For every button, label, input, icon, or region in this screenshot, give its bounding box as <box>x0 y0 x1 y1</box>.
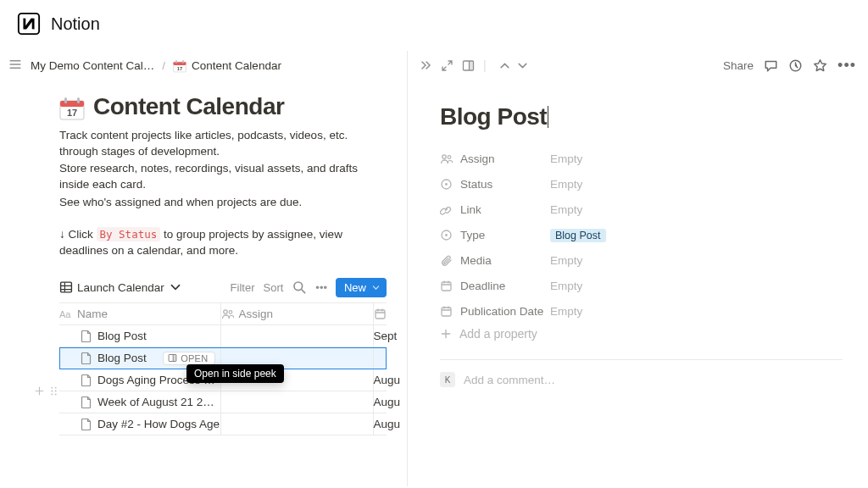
cal-icon <box>440 280 453 292</box>
page-description[interactable]: Track content projects like articles, po… <box>59 128 387 210</box>
breadcrumb: My Demo Content Cal… / Content Calendar <box>0 51 407 80</box>
chevron-down-icon <box>169 280 182 294</box>
breadcrumb-parent[interactable]: My Demo Content Cal… <box>31 59 154 72</box>
breadcrumb-sep: / <box>159 59 168 72</box>
new-button[interactable]: New <box>336 278 387 297</box>
favorite-icon[interactable] <box>813 58 827 73</box>
property-key: Deadline <box>440 280 550 292</box>
property-key: Link <box>440 203 550 216</box>
db-toolbar: Launch Calendar Filter Sort ••• New <box>59 278 387 303</box>
brand-bar: Notion <box>0 0 868 51</box>
comments-icon[interactable] <box>764 58 778 73</box>
cal-icon <box>440 305 453 318</box>
property-value[interactable]: Empty <box>550 152 582 165</box>
page-icon <box>80 330 92 342</box>
add-row-icon[interactable] <box>34 385 45 396</box>
row-name[interactable]: Blog Post <box>97 352 147 364</box>
cell-assign[interactable] <box>220 325 373 347</box>
prev-record-icon[interactable] <box>498 59 511 72</box>
property-row[interactable]: StatusEmpty <box>440 171 843 197</box>
property-row[interactable]: Publication DateEmpty <box>440 298 843 324</box>
property-row[interactable]: MediaEmpty <box>440 247 843 273</box>
cell-due[interactable] <box>373 347 387 369</box>
row-gutter <box>34 385 59 396</box>
property-key: Status <box>440 178 550 191</box>
comment-bar[interactable]: K Add a comment… <box>440 359 843 387</box>
share-button[interactable]: Share <box>723 59 754 72</box>
page-title[interactable]: Content Calendar <box>93 93 284 120</box>
sort-button[interactable]: Sort <box>263 281 283 294</box>
view-tab[interactable]: Launch Calendar <box>59 280 182 294</box>
comment-placeholder: Add a comment… <box>464 374 555 386</box>
title-icon <box>59 308 72 320</box>
property-value[interactable]: Empty <box>550 280 582 292</box>
more-button[interactable]: ••• <box>315 281 327 294</box>
page-icon <box>80 374 92 386</box>
table-row[interactable]: Blog PostSept <box>59 325 387 347</box>
property-value[interactable]: Empty <box>550 254 582 267</box>
status-icon <box>440 178 453 191</box>
cell-assign[interactable] <box>220 413 373 435</box>
table-row[interactable]: Day #2 - How Dogs AgeAugu <box>59 413 387 435</box>
link-icon <box>440 203 453 216</box>
avatar: K <box>440 372 455 387</box>
col-header-assign[interactable]: Assign <box>221 305 373 323</box>
property-value[interactable]: Blog Post <box>550 229 606 241</box>
next-record-icon[interactable] <box>516 59 529 72</box>
peek-toolbar: | Share ••• <box>408 51 868 80</box>
property-row[interactable]: AssignEmpty <box>440 146 843 171</box>
col-header-due[interactable] <box>374 305 387 323</box>
page-icon <box>80 352 92 364</box>
tooltip-open-side-peek: Open in side peek <box>186 364 284 383</box>
property-key: Media <box>440 254 550 267</box>
drag-handle-icon[interactable] <box>48 385 59 396</box>
cell-due[interactable]: Augu <box>373 413 387 435</box>
more-icon[interactable]: ••• <box>837 58 856 73</box>
page-icon <box>80 418 92 430</box>
by-status-code: By Status <box>97 227 161 241</box>
row-name[interactable]: Week of August 21 2023 <box>97 396 220 408</box>
property-row[interactable]: TypeBlog Post <box>440 222 843 247</box>
cell-due[interactable]: Augu <box>373 369 387 391</box>
add-property-button[interactable]: Add a property <box>440 327 843 341</box>
property-row[interactable]: LinkEmpty <box>440 197 843 222</box>
table-icon <box>59 280 73 294</box>
property-value[interactable]: Empty <box>550 178 582 191</box>
expand-icon[interactable] <box>441 59 453 72</box>
calendar-icon <box>173 59 186 73</box>
cell-assign[interactable] <box>220 391 373 413</box>
people-icon <box>221 308 234 320</box>
open-button[interactable]: OPEN <box>163 352 214 365</box>
property-value[interactable]: Empty <box>550 203 582 216</box>
status-icon <box>440 229 453 241</box>
property-key: Publication Date <box>440 305 550 318</box>
cell-due[interactable]: Sept <box>373 325 387 347</box>
peek-title[interactable]: Blog Post <box>440 103 843 130</box>
property-value[interactable]: Empty <box>550 305 582 318</box>
property-key: Assign <box>440 152 550 165</box>
table-row[interactable]: Week of August 21 2023Augu <box>59 391 387 413</box>
people-icon <box>440 152 453 165</box>
clip-icon <box>440 254 453 267</box>
updates-icon[interactable] <box>788 58 803 73</box>
side-peek: | Share ••• Blog Post AssignEmptyStatusE… <box>407 51 868 486</box>
page-hint[interactable]: ↓ Click By Status to group projects by a… <box>59 227 387 259</box>
row-name[interactable]: Blog Post <box>97 330 147 342</box>
plus-icon <box>440 328 452 340</box>
page-icon <box>80 396 92 408</box>
notion-logo-icon <box>17 12 41 36</box>
cell-due[interactable]: Augu <box>373 391 387 413</box>
filter-button[interactable]: Filter <box>231 281 255 294</box>
property-row[interactable]: DeadlineEmpty <box>440 273 843 298</box>
col-header-name[interactable]: Name <box>59 305 220 323</box>
row-name[interactable]: Day #2 - How Dogs Age <box>97 418 220 430</box>
brand-name: Notion <box>51 14 100 34</box>
property-list: AssignEmptyStatusEmptyLinkEmptyTypeBlog … <box>440 146 843 324</box>
breadcrumb-current[interactable]: Content Calendar <box>192 59 281 72</box>
sidebar-toggle-icon[interactable] <box>5 56 25 75</box>
peek-mode-icon[interactable] <box>462 59 475 72</box>
close-peek-icon[interactable] <box>420 59 432 72</box>
chevron-down-icon <box>371 283 381 292</box>
search-icon[interactable] <box>292 280 307 295</box>
page-icon[interactable] <box>59 96 85 121</box>
